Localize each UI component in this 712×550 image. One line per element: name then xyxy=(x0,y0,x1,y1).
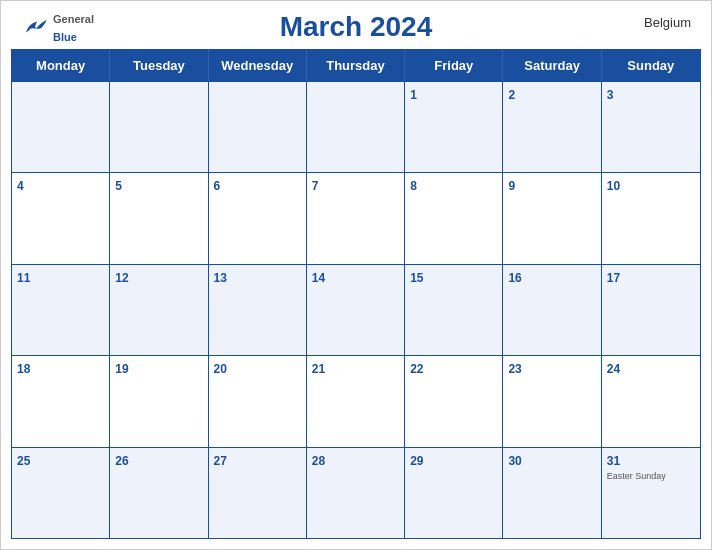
header-thursday: Thursday xyxy=(307,50,405,81)
header-monday: Monday xyxy=(12,50,110,81)
week-row-1: 1 2 3 xyxy=(12,82,700,173)
day-cell-mar31: 31 Easter Sunday xyxy=(602,448,700,538)
day-cell-mar1: 1 xyxy=(405,82,503,172)
day-cell-mar30: 30 xyxy=(503,448,601,538)
day-cell-mar7: 7 xyxy=(307,173,405,263)
day-cell-mar5: 5 xyxy=(110,173,208,263)
day-headers: Monday Tuesday Wednesday Thursday Friday… xyxy=(11,49,701,82)
day-cell-mar4: 4 xyxy=(12,173,110,263)
logo-blue: Blue xyxy=(53,31,77,43)
day-cell-mar11: 11 xyxy=(12,265,110,355)
day-cell-mar9: 9 xyxy=(503,173,601,263)
day-cell-mar13: 13 xyxy=(209,265,307,355)
week-row-5: 25 26 27 28 29 30 31 Easter Sunday xyxy=(12,448,700,538)
day-cell-mar25: 25 xyxy=(12,448,110,538)
day-cell-mar15: 15 xyxy=(405,265,503,355)
day-cell-empty xyxy=(12,82,110,172)
week-row-2: 4 5 6 7 8 9 10 xyxy=(12,173,700,264)
logo-bird-icon xyxy=(21,16,49,38)
day-cell-mar3: 3 xyxy=(602,82,700,172)
weeks-container: 1 2 3 4 5 6 7 8 9 10 11 12 13 14 15 16 xyxy=(11,82,701,539)
logo-general: General xyxy=(53,13,94,25)
country-label: Belgium xyxy=(644,15,691,30)
day-cell-mar19: 19 xyxy=(110,356,208,446)
calendar-header: General Blue March 2024 Belgium xyxy=(1,1,711,49)
day-cell-mar12: 12 xyxy=(110,265,208,355)
day-cell-mar6: 6 xyxy=(209,173,307,263)
logo-area: General Blue xyxy=(21,9,94,45)
header-friday: Friday xyxy=(405,50,503,81)
header-tuesday: Tuesday xyxy=(110,50,208,81)
day-cell-empty xyxy=(110,82,208,172)
day-cell-mar17: 17 xyxy=(602,265,700,355)
calendar-grid: Monday Tuesday Wednesday Thursday Friday… xyxy=(1,49,711,549)
day-cell-mar18: 18 xyxy=(12,356,110,446)
day-cell-mar22: 22 xyxy=(405,356,503,446)
day-cell-mar2: 2 xyxy=(503,82,601,172)
easter-sunday-event: Easter Sunday xyxy=(607,471,695,481)
day-cell-empty xyxy=(307,82,405,172)
header-saturday: Saturday xyxy=(503,50,601,81)
day-cell-mar14: 14 xyxy=(307,265,405,355)
day-cell-mar21: 21 xyxy=(307,356,405,446)
day-cell-mar10: 10 xyxy=(602,173,700,263)
day-cell-mar28: 28 xyxy=(307,448,405,538)
week-row-3: 11 12 13 14 15 16 17 xyxy=(12,265,700,356)
day-cell-mar27: 27 xyxy=(209,448,307,538)
week-row-4: 18 19 20 21 22 23 24 xyxy=(12,356,700,447)
day-cell-mar8: 8 xyxy=(405,173,503,263)
calendar-wrapper: General Blue March 2024 Belgium Monday T… xyxy=(0,0,712,550)
day-cell-mar24: 24 xyxy=(602,356,700,446)
logo-text: General Blue xyxy=(53,9,94,45)
day-cell-mar20: 20 xyxy=(209,356,307,446)
header-sunday: Sunday xyxy=(602,50,700,81)
day-cell-mar23: 23 xyxy=(503,356,601,446)
header-wednesday: Wednesday xyxy=(209,50,307,81)
day-cell-mar16: 16 xyxy=(503,265,601,355)
day-cell-mar29: 29 xyxy=(405,448,503,538)
day-cell-empty xyxy=(209,82,307,172)
calendar-title: March 2024 xyxy=(280,11,433,43)
day-cell-mar26: 26 xyxy=(110,448,208,538)
